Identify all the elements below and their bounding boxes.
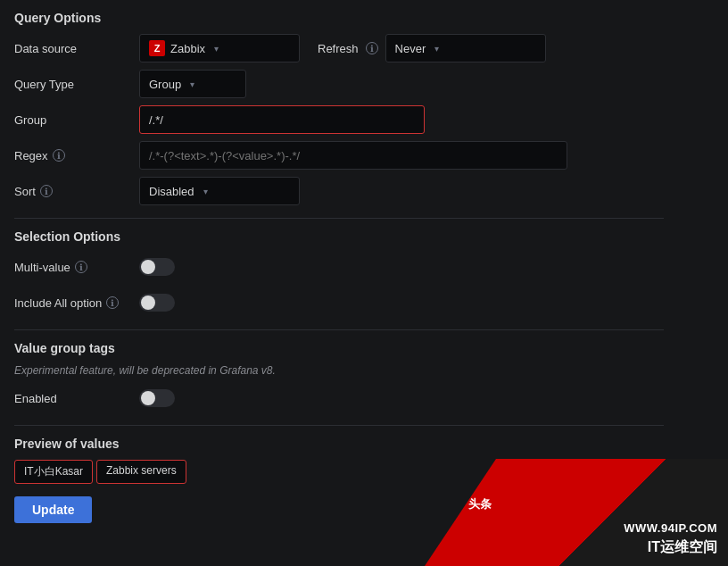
include-all-track (139, 294, 175, 312)
include-all-thumb (141, 295, 155, 310)
sort-label: Sort ℹ (14, 185, 139, 198)
include-all-row: Include All option ℹ (14, 288, 664, 317)
selection-options-title: Selection Options (14, 229, 664, 244)
multi-value-toggle[interactable] (139, 258, 175, 276)
regex-row: Regex ℹ (14, 141, 664, 170)
include-all-info-icon[interactable]: ℹ (106, 296, 119, 309)
watermark-triangle (425, 459, 496, 566)
datasource-value: Zabbix (170, 42, 205, 55)
preview-title: Preview of values (14, 437, 664, 451)
multi-value-control (139, 258, 664, 276)
sort-arrow-icon: ▾ (203, 187, 208, 196)
divider-2 (14, 329, 664, 330)
datasource-arrow-icon: ▾ (214, 44, 219, 54)
sort-dropdown[interactable]: Disabled ▾ (139, 177, 300, 205)
multi-value-label: Multi-value ℹ (14, 261, 139, 274)
datasource-dropdown[interactable]: Z Zabbix ▾ (139, 34, 300, 62)
query-type-value: Group (149, 78, 181, 91)
refresh-section: Refresh ℹ Never ▾ (318, 34, 546, 62)
enabled-track (139, 389, 175, 407)
refresh-label: Refresh (318, 42, 359, 55)
include-all-control (139, 294, 664, 312)
group-label: Group (14, 113, 139, 127)
multi-value-info-icon[interactable]: ℹ (75, 261, 87, 273)
divider-1 (14, 218, 664, 219)
watermark-main-text: IT运维空间 (648, 538, 717, 557)
datasource-control: Z Zabbix ▾ Refresh ℹ Never ▾ (139, 34, 664, 62)
group-control (139, 105, 664, 134)
enabled-label: Enabled (14, 392, 139, 405)
value-group-tags-section: Value group tags Experimental feature, w… (14, 341, 664, 412)
enabled-toggle[interactable] (139, 389, 175, 407)
group-row: Group (14, 105, 664, 134)
regex-label: Regex ℹ (14, 149, 139, 162)
refresh-arrow-icon: ▾ (434, 44, 439, 54)
watermark-url: WWW.94IP.COM (624, 521, 717, 535)
preview-tag-1: Zabbix servers (96, 460, 186, 484)
enabled-control (139, 389, 664, 407)
value-group-tags-title: Value group tags (14, 341, 664, 355)
query-type-dropdown[interactable]: Group ▾ (139, 70, 246, 98)
multi-value-thumb (141, 260, 155, 274)
datasource-label: Data source (14, 42, 139, 55)
update-button[interactable]: Update (14, 496, 92, 523)
query-options-title: Query Options (14, 11, 664, 25)
query-type-control: Group ▾ (139, 70, 664, 98)
query-type-arrow-icon: ▾ (190, 79, 194, 89)
regex-control (139, 141, 664, 170)
query-type-row: Query Type Group ▾ (14, 70, 664, 98)
query-type-label: Query Type (14, 78, 139, 91)
query-options-section: Query Options Data source Z Zabbix ▾ Ref… (14, 11, 664, 205)
datasource-row: Data source Z Zabbix ▾ Refresh ℹ Never ▾ (14, 34, 664, 62)
include-all-toggle[interactable] (139, 294, 175, 312)
selection-options-section: Selection Options Multi-value ℹ Include … (14, 229, 664, 317)
refresh-dropdown[interactable]: Never ▾ (385, 34, 546, 62)
zabbix-icon: Z (149, 40, 165, 56)
multi-value-track (139, 258, 175, 276)
watermark-head-label: 头条 (468, 496, 492, 512)
sort-info-icon[interactable]: ℹ (40, 185, 53, 197)
value-group-tags-subtitle: Experimental feature, will be deprecated… (14, 364, 664, 377)
enabled-row: Enabled (14, 384, 664, 412)
sort-row: Sort ℹ Disabled ▾ (14, 177, 664, 205)
refresh-info-icon[interactable]: ℹ (366, 42, 378, 54)
refresh-value: Never (395, 42, 426, 55)
enabled-thumb (141, 391, 155, 405)
group-input[interactable] (139, 105, 425, 134)
regex-input[interactable] (139, 141, 567, 170)
regex-info-icon[interactable]: ℹ (53, 149, 65, 162)
multi-value-row: Multi-value ℹ (14, 253, 664, 281)
watermark: WWW.94IP.COM IT运维空间 (496, 459, 728, 566)
divider-3 (14, 425, 664, 426)
sort-value: Disabled (149, 185, 194, 198)
preview-tag-0: IT小白Kasar (14, 460, 93, 484)
sort-control: Disabled ▾ (139, 177, 664, 205)
include-all-label: Include All option ℹ (14, 296, 139, 310)
